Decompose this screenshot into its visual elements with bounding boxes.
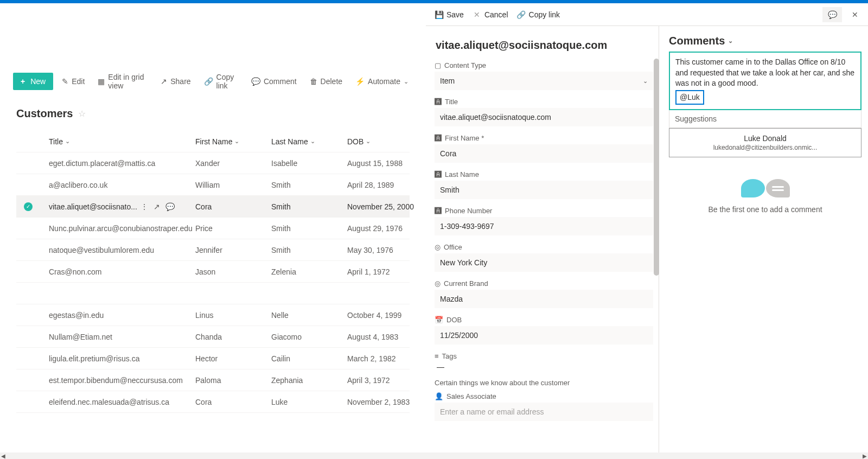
table-row[interactable]: Cras@non.comJasonZeleniaApril 1, 1972: [16, 261, 410, 283]
cell-last-name: Smith: [271, 224, 347, 233]
pencil-icon: ✎: [62, 77, 68, 86]
table-row[interactable]: egestas@in.eduLinusNelleOctober 4, 1999: [16, 304, 410, 326]
chevron-down-icon: ⌄: [234, 138, 239, 145]
cell-dob: November 25, 2000: [347, 202, 426, 211]
table-header: Title⌄ First Name⌄ Last Name⌄ DOB⌄: [16, 131, 410, 152]
table-row[interactable]: eget.dictum.placerat@mattis.caXanderIsab…: [16, 152, 410, 174]
chat-bubble-icon: [741, 179, 765, 197]
cell-title: Nunc.pulvinar.arcu@conubianostraper.edu: [49, 224, 195, 233]
cell-title: natoque@vestibulumlorem.edu: [49, 246, 195, 254]
cell-first-name: Cora: [195, 202, 271, 211]
automate-button[interactable]: ⚡ Automate ⌄: [351, 74, 413, 89]
suggestion-item[interactable]: Luke Donald lukedonald@citizenbuilders.o…: [669, 128, 861, 157]
cell-title: Nullam@Etiam.net: [49, 333, 195, 341]
table-row[interactable]: Nunc.pulvinar.arcu@conubianostraper.eduP…: [16, 218, 410, 239]
chevron-down-icon: ⌄: [310, 138, 315, 145]
cell-first-name: Jason: [195, 267, 271, 276]
cell-title: egestas@in.edu: [49, 311, 195, 320]
cell-first-name: Price: [195, 224, 271, 233]
scroll-left-icon[interactable]: ◀: [0, 452, 7, 459]
table-row[interactable]: ✓vitae.aliquet@sociisnato...⋮↗💬CoraSmith…: [16, 196, 410, 218]
panel-header: 💾 Save ✕ Cancel 🔗 Copy link 💬 ✕: [426, 3, 868, 26]
comment-input[interactable]: This customer came in to the Dallas Offi…: [669, 52, 861, 110]
cell-first-name: Jennifer: [195, 246, 271, 254]
horizontal-scrollbar[interactable]: ◀ ▶: [0, 452, 868, 459]
new-button[interactable]: + New: [13, 73, 53, 90]
comment-icon[interactable]: 💬: [165, 202, 175, 211]
edit-grid-button[interactable]: ▦ Edit in grid view: [93, 69, 152, 93]
copy-link-label: Copy link: [529, 10, 560, 19]
cell-first-name: William: [195, 181, 271, 189]
chevron-down-icon: ⌄: [404, 78, 409, 85]
share-icon[interactable]: ↗: [154, 202, 160, 211]
table-row[interactable]: a@aclibero.co.ukWilliamSmithApril 28, 19…: [16, 174, 410, 196]
share-icon: ↗: [161, 77, 167, 86]
cell-first-name: Cora: [195, 398, 271, 406]
table-row[interactable]: Nullam@Etiam.netChandaGiacomoAugust 4, 1…: [16, 326, 410, 348]
comments-title[interactable]: Comments ⌄: [669, 35, 861, 47]
table-row[interactable]: ligula.elit.pretium@risus.caHectorCailin…: [16, 348, 410, 369]
cell-title: Cras@non.com: [49, 267, 195, 276]
cell-title: vitae.aliquet@sociisnato...⋮↗💬: [49, 202, 195, 211]
cell-dob: August 29, 1976: [347, 224, 426, 233]
cancel-button[interactable]: ✕ Cancel: [473, 10, 508, 19]
col-last-name[interactable]: Last Name⌄: [271, 137, 347, 146]
suggestion-email: lukedonald@citizenbuilders.onmic...: [676, 144, 854, 151]
comment-button[interactable]: 💬 Comment: [247, 74, 301, 89]
cell-title: eleifend.nec.malesuada@atrisus.ca: [49, 398, 195, 406]
copy-link-button[interactable]: 🔗 Copy link: [200, 69, 242, 93]
cell-title: eget.dictum.placerat@mattis.ca: [49, 159, 195, 168]
suggestion-name: Luke Donald: [676, 134, 854, 143]
edit-button[interactable]: ✎ Edit: [58, 74, 89, 89]
favorite-star-icon[interactable]: ☆: [78, 109, 86, 119]
comment-label: Comment: [264, 77, 297, 86]
table-row[interactable]: natoque@vestibulumlorem.eduJenniferSmith…: [16, 239, 410, 261]
cell-dob: August 15, 1988: [347, 159, 426, 168]
grid-icon: ▦: [98, 77, 105, 86]
cell-last-name: Isabelle: [271, 159, 347, 168]
close-icon: ✕: [473, 10, 481, 19]
share-button[interactable]: ↗ Share: [156, 74, 195, 89]
cell-first-name: Chanda: [195, 333, 271, 341]
row-check-icon[interactable]: ✓: [24, 202, 33, 211]
cell-title: est.tempor.bibendum@neccursusa.com: [49, 376, 195, 385]
edit-label: Edit: [72, 77, 85, 86]
cell-last-name: Nelle: [271, 311, 347, 320]
chat-bubble-icon: [766, 179, 790, 197]
save-button[interactable]: 💾 Save: [435, 10, 464, 19]
save-label: Save: [446, 10, 464, 19]
col-title[interactable]: Title⌄: [49, 137, 195, 146]
main-list-area: + New ✎ Edit ▦ Edit in grid view ↗ Share…: [0, 3, 426, 459]
cell-first-name: Linus: [195, 311, 271, 320]
customers-table: Title⌄ First Name⌄ Last Name⌄ DOB⌄ eget.…: [16, 131, 410, 413]
suggestions-label: Suggestions: [669, 110, 861, 128]
comments-empty-state: Be the first one to add a comment: [669, 179, 861, 214]
chevron-down-icon: ⌄: [65, 138, 70, 145]
command-bar: + New ✎ Edit ▦ Edit in grid view ↗ Share…: [0, 68, 426, 94]
cell-dob: October 4, 1999: [347, 311, 426, 320]
trash-icon: 🗑: [310, 77, 317, 86]
scroll-right-icon[interactable]: ▶: [861, 452, 868, 459]
close-panel-button[interactable]: ✕: [851, 10, 859, 19]
empty-text: Be the first one to add a comment: [669, 205, 861, 214]
scrollbar-thumb[interactable]: [654, 59, 659, 276]
list-title-row: Customers ☆: [0, 94, 426, 124]
copy-link-button[interactable]: 🔗 Copy link: [517, 10, 560, 19]
delete-button[interactable]: 🗑 Delete: [305, 74, 347, 89]
cell-dob: May 30, 1976: [347, 246, 426, 254]
cell-dob: April 1, 1972: [347, 267, 426, 276]
feedback-button[interactable]: 💬: [822, 7, 842, 22]
cell-last-name: Smith: [271, 202, 347, 211]
cancel-label: Cancel: [484, 10, 508, 19]
comment-icon: 💬: [828, 10, 837, 19]
cell-last-name: Smith: [271, 246, 347, 254]
cell-dob: November 2, 1983: [347, 398, 426, 406]
cell-dob: March 2, 1982: [347, 354, 426, 363]
col-dob[interactable]: DOB⌄: [347, 137, 426, 146]
more-icon[interactable]: ⋮: [141, 202, 148, 211]
col-first-name[interactable]: First Name⌄: [195, 137, 271, 146]
close-icon: ✕: [851, 10, 859, 19]
mention-chip[interactable]: @Luk: [675, 90, 704, 105]
table-row[interactable]: est.tempor.bibendum@neccursusa.comPaloma…: [16, 369, 410, 391]
table-row[interactable]: eleifend.nec.malesuada@atrisus.caCoraLuk…: [16, 391, 410, 413]
